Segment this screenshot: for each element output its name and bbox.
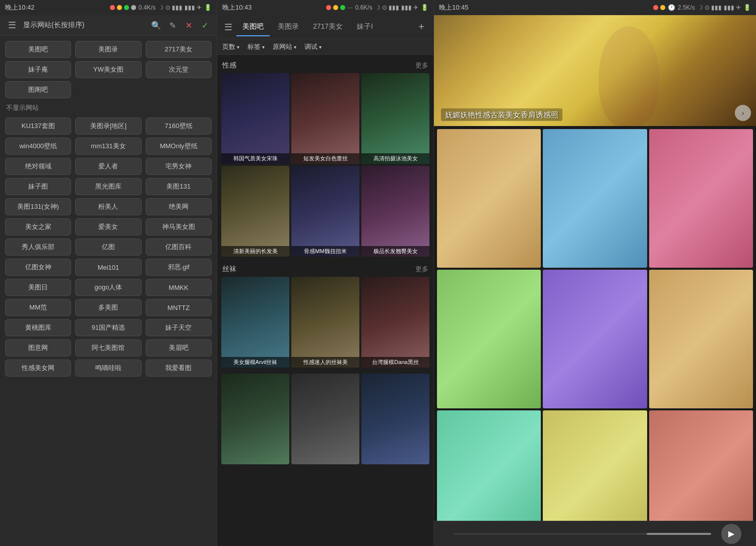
thumb-8[interactable] <box>543 410 647 521</box>
site-btn-meizitu[interactable]: 妹子图 <box>5 178 71 195</box>
site-btn-meitulu[interactable]: 美图录 <box>75 41 141 58</box>
thumb-6[interactable] <box>649 270 753 408</box>
image-item-12[interactable] <box>361 374 429 464</box>
check-icon[interactable]: ✓ <box>199 19 211 31</box>
tab-meitulu[interactable]: 美图录 <box>272 18 305 36</box>
image-item-1[interactable]: 韩国气质美女宋珠 <box>221 73 289 164</box>
site-btn-tuyi[interactable]: 图意网 <box>5 339 71 356</box>
site-btn-mm131[interactable]: mm131美女 <box>75 138 141 155</box>
image-item-10[interactable] <box>221 374 289 464</box>
image-placeholder-10 <box>221 374 289 464</box>
site-btn-meizian[interactable]: 妹子庵 <box>5 61 71 78</box>
site-btn-mmfan[interactable]: MM范 <box>5 299 71 316</box>
site-btn-ciyuan[interactable]: 次元堂 <box>146 61 212 78</box>
tab-meizi[interactable]: 妹子I <box>351 18 379 36</box>
site-btn-win4000[interactable]: win4000壁纸 <box>5 138 71 155</box>
dot-gray <box>131 5 136 10</box>
filter-tag[interactable]: 标签 <box>247 42 265 51</box>
site-btn-duomeitu[interactable]: 多美图 <box>75 299 141 316</box>
hamburger-icon[interactable]: ☰ <box>6 19 18 31</box>
site-btn-mmonly[interactable]: MMOnly壁纸 <box>146 138 212 155</box>
site-btn-meitu131g[interactable]: 美图131(女神) <box>5 198 71 215</box>
forward-button[interactable]: › <box>735 105 751 121</box>
site-btn-mei101[interactable]: Mei101 <box>75 259 141 276</box>
image-caption-7: 美女腿模Arvil丝袜 <box>221 357 289 368</box>
site-btn-meinvzj[interactable]: 美女之家 <box>5 218 71 235</box>
thumb-2[interactable] <box>543 129 647 268</box>
image-item-3[interactable]: 高清拍摄泳池美女 <box>361 73 429 164</box>
site-btn-gogo[interactable]: gogo人体 <box>75 279 141 296</box>
thumb-3[interactable] <box>649 129 753 268</box>
thumb-4[interactable] <box>437 270 541 408</box>
site-btn-yitu[interactable]: 亿图 <box>75 238 141 256</box>
category-more-siwa[interactable]: 更多 <box>415 265 428 274</box>
image-item-5[interactable]: 骨感MM魏扭扭米 <box>291 166 359 257</box>
image-item-4[interactable]: 清新美丽的长发美 <box>221 166 289 257</box>
site-btn-airenz[interactable]: 爱人者 <box>75 158 141 175</box>
main-image-container[interactable]: 妩媚妖艳性感古装美女香肩诱感照 › <box>434 15 756 126</box>
thumb-7[interactable] <box>437 410 541 521</box>
site-btn-mmkk[interactable]: MMKK <box>146 279 212 296</box>
edit-icon[interactable]: ✎ <box>166 19 178 31</box>
tab-meituba[interactable]: 美图吧 <box>236 18 270 36</box>
search-icon[interactable]: 🔍 <box>150 19 162 31</box>
site-btn-xiuren[interactable]: 秀人俱乐部 <box>5 238 71 256</box>
site-btn-91guo[interactable]: 91国产精选 <box>75 319 141 336</box>
site-btn-yw[interactable]: YW美女图 <box>75 61 141 78</box>
site-btn-aimeinv[interactable]: 爱美女 <box>75 218 141 235</box>
image-placeholder-6 <box>361 166 429 257</box>
image-item-11[interactable] <box>291 374 359 464</box>
tab-2717[interactable]: 2717美女 <box>307 18 349 36</box>
hidden-row-10: MM范 多美图 MNTTZ <box>5 299 212 316</box>
site-btn-meituday[interactable]: 美图日 <box>5 279 71 296</box>
thumb-placeholder-7 <box>437 410 541 521</box>
site-btn-ku137[interactable]: KU137套图 <box>5 117 71 135</box>
site-btn-meizitk[interactable]: 妹子天空 <box>146 319 212 336</box>
filter-page[interactable]: 页数 <box>222 42 239 51</box>
site-btn-jueduiyl[interactable]: 绝对领域 <box>5 158 71 175</box>
site-btn-meimei[interactable]: 美眉吧 <box>146 339 212 356</box>
site-btn-yitubk[interactable]: 亿图百科 <box>146 238 212 256</box>
site-btn-woai[interactable]: 我爱看图 <box>146 359 212 377</box>
tab-add-button[interactable]: + <box>414 19 428 35</box>
site-btn-mingdi[interactable]: 鸣嘀哇啦 <box>75 359 141 377</box>
site-btn-yitugod[interactable]: 亿图女神 <box>5 259 71 276</box>
category-more-xinggan[interactable]: 更多 <box>415 61 428 70</box>
site-btn-zhaigod[interactable]: 宅男女神 <box>146 158 212 175</box>
image-caption-1: 韩国气质美女宋珠 <box>221 153 289 164</box>
site-btn-xie[interactable]: 邪恶.gif <box>146 259 212 276</box>
thumb-1[interactable] <box>437 129 541 268</box>
thumb-placeholder-2 <box>543 129 647 268</box>
play-button[interactable]: ▶ <box>721 524 741 544</box>
image-item-8[interactable]: 性感迷人的丝袜美 <box>291 277 359 368</box>
right-signal: ☽ ⊙ ▮▮▮ ▮▮▮ ✈ <box>698 4 741 11</box>
site-btn-heigu[interactable]: 黑光图库 <box>75 178 141 195</box>
mid-hamburger-icon[interactable]: ☰ <box>222 21 234 33</box>
filter-debug[interactable]: 调试 <box>304 42 322 51</box>
image-placeholder-1 <box>221 73 289 164</box>
site-btn-2717[interactable]: 2717美女 <box>146 41 212 58</box>
site-btn-fenmeiren[interactable]: 粉美人 <box>75 198 141 215</box>
site-btn-huangtao[interactable]: 黄桃图库 <box>5 319 71 336</box>
site-btn-meitu131[interactable]: 美图131 <box>146 178 212 195</box>
close-icon[interactable]: ✕ <box>182 19 195 31</box>
site-btn-meituba[interactable]: 美图吧 <box>5 41 71 58</box>
site-btn-shenma[interactable]: 神马美女图 <box>146 218 212 235</box>
site-btn-mnttz[interactable]: MNTTZ <box>146 299 212 316</box>
site-btn-meitulu-area[interactable]: 美图录[地区] <box>75 117 141 135</box>
site-btn-xingan[interactable]: 性感美女网 <box>5 359 71 377</box>
hidden-row-13: 性感美女网 鸣嘀哇啦 我爱看图 <box>5 359 212 377</box>
visible-row-2: 妹子庵 YW美女图 次元堂 <box>5 61 212 78</box>
filter-origin[interactable]: 原网站 <box>273 42 296 51</box>
visible-row-3: 图阁吧 <box>5 81 212 98</box>
site-btn-juemei[interactable]: 绝美网 <box>146 198 212 215</box>
image-item-6[interactable]: 极品长发翘臀美女 <box>361 166 429 257</box>
image-item-2[interactable]: 短发美女白色蕾丝 <box>291 73 359 164</box>
site-btn-aqimei[interactable]: 阿七美图馆 <box>75 339 141 356</box>
thumb-5[interactable] <box>543 270 647 408</box>
image-item-9[interactable]: 台湾腿模Dana黑丝 <box>361 277 429 368</box>
site-btn-7160[interactable]: 7160壁纸 <box>146 117 212 135</box>
thumb-9[interactable]: LIFECYCLING <box>649 410 753 521</box>
site-btn-tuge[interactable]: 图阁吧 <box>5 81 71 98</box>
image-item-7[interactable]: 美女腿模Arvil丝袜 <box>221 277 289 368</box>
